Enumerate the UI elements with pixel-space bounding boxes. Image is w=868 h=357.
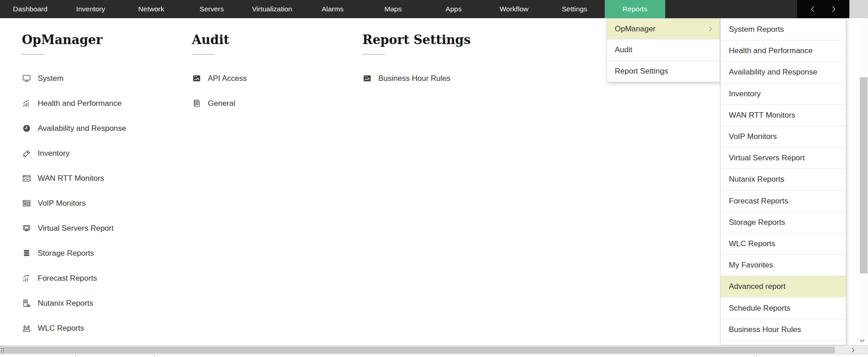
submenu-item-label: Business Hour Rules bbox=[729, 325, 801, 334]
nav-tab-servers[interactable]: Servers bbox=[181, 0, 242, 18]
submenu-item-label: VoIP Monitors bbox=[729, 132, 777, 141]
dropdown-item-audit[interactable]: Audit bbox=[607, 40, 720, 60]
dropdown-item-label: Audit bbox=[615, 45, 632, 55]
menu-item-label: System bbox=[38, 74, 64, 83]
virtual-monitor-icon bbox=[22, 223, 31, 233]
column-item-list: SystemHealth and PerformanceAvailability… bbox=[22, 66, 126, 341]
nav-tab-inventory[interactable]: Inventory bbox=[60, 0, 121, 18]
nav-tab-reports[interactable]: Reports bbox=[605, 0, 665, 18]
menu-item-label: VoIP Monitors bbox=[38, 199, 86, 208]
column-title: OpManager bbox=[22, 32, 126, 48]
menu-item-label: Storage Reports bbox=[38, 249, 94, 258]
submenu-item-label: Inventory bbox=[729, 89, 761, 99]
monitor-icon bbox=[22, 74, 31, 83]
document-icon bbox=[192, 99, 201, 108]
vertical-scrollbar-thumb[interactable] bbox=[860, 77, 868, 273]
menu-item-virtual-servers-report[interactable]: Virtual Servers Report bbox=[22, 216, 126, 241]
top-navigation-bar: DashboardInventoryNetworkServersVirtuali… bbox=[0, 0, 868, 18]
nav-tab-virtualization[interactable]: Virtualization bbox=[242, 0, 302, 18]
nav-tab-network[interactable]: Network bbox=[121, 0, 181, 18]
nav-tab-maps[interactable]: Maps bbox=[363, 0, 423, 18]
menu-item-label: Availability and Response bbox=[38, 124, 126, 133]
column-divider bbox=[75, 354, 75, 357]
submenu-item-schedule-reports[interactable]: Schedule Reports bbox=[721, 298, 846, 319]
title-underline bbox=[192, 54, 215, 55]
column-divider bbox=[756, 354, 757, 357]
menu-item-nutanix-reports[interactable]: Nutanix Reports bbox=[22, 291, 126, 316]
submenu-item-label: Health and Performance bbox=[729, 46, 813, 55]
column-title: Audit bbox=[192, 32, 247, 48]
submenu-item-voip-monitors[interactable]: VoIP Monitors bbox=[721, 126, 846, 148]
wan-window-icon bbox=[22, 174, 31, 183]
bottom-content-sliver bbox=[0, 354, 868, 357]
column-title: Report Settings bbox=[362, 32, 471, 48]
opmanager-screen: DashboardInventoryNetworkServersVirtuali… bbox=[0, 0, 868, 357]
menu-item-label: Business Hour Rules bbox=[378, 74, 451, 83]
submenu-item-wlc-reports[interactable]: WLC Reports bbox=[721, 233, 846, 255]
column-opmanager: OpManagerSystemHealth and PerformanceAva… bbox=[22, 32, 126, 341]
menu-item-label: Health and Performance bbox=[38, 99, 121, 108]
submenu-item-label: Availability and Response bbox=[729, 68, 817, 77]
dropdown-item-label: OpManager bbox=[615, 25, 656, 34]
nav-scroll-left-icon[interactable] bbox=[808, 5, 818, 14]
forecast-chart-icon bbox=[22, 273, 31, 283]
dropdown-item-report-settings[interactable]: Report Settings bbox=[607, 61, 720, 82]
submenu-item-nutanix-reports[interactable]: Nutanix Reports bbox=[721, 169, 846, 190]
nav-scroll-right-icon[interactable] bbox=[829, 5, 838, 14]
submenu-item-label: Advanced report bbox=[729, 282, 786, 291]
menu-item-inventory[interactable]: Inventory bbox=[22, 141, 126, 166]
menu-item-forecast-reports[interactable]: Forecast Reports bbox=[22, 266, 126, 291]
submenu-item-label: Storage Reports bbox=[729, 218, 785, 227]
nav-tab-dashboard[interactable]: Dashboard bbox=[0, 0, 60, 18]
submenu-item-system-reports[interactable]: System Reports bbox=[721, 19, 846, 40]
title-underline bbox=[362, 54, 385, 55]
nav-tab-workflow[interactable]: Workflow bbox=[484, 0, 544, 18]
column-item-list: API AccessGeneral bbox=[192, 66, 247, 116]
horizontal-scrollbar-thumb[interactable] bbox=[5, 347, 835, 353]
menu-item-wan-rtt-monitors[interactable]: WAN RTT Monitors bbox=[22, 166, 126, 191]
submenu-item-availability-and-response[interactable]: Availability and Response bbox=[721, 62, 846, 83]
scroll-right-chevron-icon[interactable] bbox=[849, 347, 857, 354]
nav-tab-alarms[interactable]: Alarms bbox=[302, 0, 363, 18]
menu-item-wlc-reports[interactable]: WLC Reports bbox=[22, 316, 126, 341]
menu-item-label: WAN RTT Monitors bbox=[38, 174, 104, 183]
menu-item-label: Virtual Servers Report bbox=[38, 224, 114, 233]
column-divider bbox=[155, 354, 155, 357]
submenu-item-label: Schedule Reports bbox=[729, 304, 790, 313]
menu-item-general[interactable]: General bbox=[192, 91, 247, 116]
menu-item-label: Nutanix Reports bbox=[38, 299, 93, 308]
menu-item-storage-reports[interactable]: Storage Reports bbox=[22, 241, 126, 266]
horizontal-scrollbar[interactable] bbox=[0, 345, 868, 354]
submenu-item-advanced-report[interactable]: Advanced report bbox=[721, 276, 846, 298]
scroll-down-chevron-icon[interactable] bbox=[858, 337, 866, 344]
menu-item-voip-monitors[interactable]: VoIP Monitors bbox=[22, 191, 126, 216]
nav-tab-apps[interactable]: Apps bbox=[423, 0, 484, 18]
menu-item-business-hour-rules[interactable]: Business Hour Rules bbox=[362, 66, 471, 91]
menu-item-label: Forecast Reports bbox=[38, 274, 97, 283]
building-chart-icon bbox=[22, 298, 31, 308]
title-underline bbox=[22, 54, 45, 55]
submenu-item-health-and-performance[interactable]: Health and Performance bbox=[721, 40, 846, 62]
menu-item-availability-and-response[interactable]: Availability and Response bbox=[22, 116, 126, 141]
vertical-scrollbar[interactable] bbox=[859, 18, 868, 345]
submenu-item-label: Virtual Servers Report bbox=[729, 154, 805, 163]
dropdown-item-opmanager[interactable]: OpManager bbox=[607, 19, 720, 40]
menu-item-api-access[interactable]: API Access bbox=[192, 66, 247, 91]
menu-item-label: WLC Reports bbox=[38, 324, 84, 333]
submenu-item-my-favorites[interactable]: My Favorites bbox=[721, 255, 846, 276]
dropdown-item-label: Report Settings bbox=[615, 67, 668, 76]
submenu-item-business-hour-rules[interactable]: Business Hour Rules bbox=[721, 319, 846, 341]
menu-item-health-and-performance[interactable]: Health and Performance bbox=[22, 91, 126, 116]
submenu-item-forecast-reports[interactable]: Forecast Reports bbox=[721, 191, 846, 212]
scrollbar-grip-icon[interactable] bbox=[0, 346, 5, 354]
submenu-item-storage-reports[interactable]: Storage Reports bbox=[721, 212, 846, 233]
submenu-item-inventory[interactable]: Inventory bbox=[721, 84, 846, 105]
submenu-item-virtual-servers-report[interactable]: Virtual Servers Report bbox=[721, 148, 846, 169]
business-window-icon bbox=[362, 74, 372, 83]
menu-item-label: API Access bbox=[208, 74, 247, 83]
menu-item-label: General bbox=[208, 99, 235, 108]
wireless-controller-icon bbox=[22, 323, 31, 333]
menu-item-system[interactable]: System bbox=[22, 66, 126, 91]
submenu-item-wan-rtt-monitors[interactable]: WAN RTT Monitors bbox=[721, 105, 846, 126]
nav-tab-settings[interactable]: Settings bbox=[544, 0, 605, 18]
